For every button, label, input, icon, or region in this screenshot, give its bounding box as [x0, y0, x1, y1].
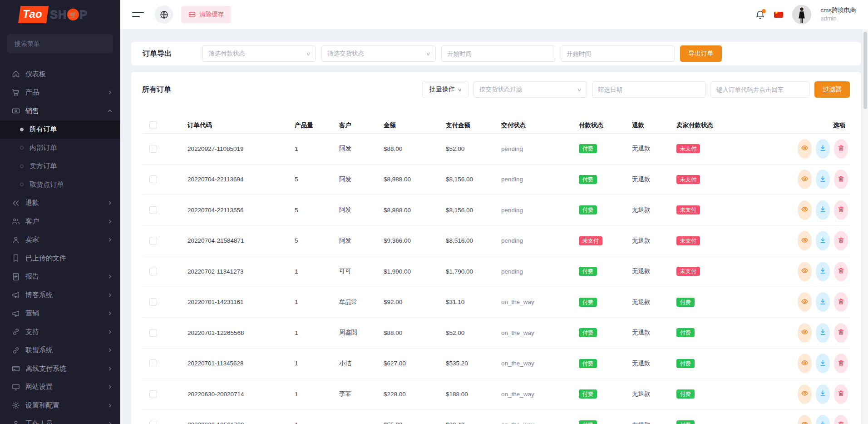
chevron-right-icon — [108, 90, 112, 95]
notifications-button[interactable] — [755, 10, 765, 20]
start-time-input-2[interactable] — [561, 45, 675, 62]
download-invoice-button[interactable] — [816, 170, 830, 189]
sidebar-item-15[interactable]: 工作人员 — [0, 415, 120, 424]
view-order-button[interactable] — [798, 231, 812, 250]
row-checkbox[interactable] — [149, 145, 157, 153]
row-checkbox[interactable] — [149, 175, 157, 183]
download-invoice-button[interactable] — [816, 384, 830, 404]
download-invoice-button[interactable] — [816, 262, 830, 281]
view-order-button[interactable] — [798, 415, 812, 424]
view-order-button[interactable] — [798, 262, 812, 281]
sidebar-item-14[interactable]: 设置和配置 — [0, 396, 120, 415]
view-order-button[interactable] — [798, 323, 812, 343]
customer-name: 牟品常 — [339, 298, 384, 306]
delete-order-button[interactable] — [834, 292, 848, 312]
column-header: 退款 — [632, 121, 676, 130]
download-invoice-button[interactable] — [816, 323, 830, 343]
sidebar-item-8[interactable]: 博客系统 — [0, 286, 120, 304]
filter-button[interactable]: 过滤器 — [814, 81, 850, 98]
delete-order-button[interactable] — [834, 200, 848, 220]
download-invoice-button[interactable] — [816, 354, 830, 373]
view-order-button[interactable] — [798, 170, 812, 189]
order-amount: $88.00 — [384, 145, 446, 152]
row-checkbox[interactable] — [149, 390, 157, 398]
chevron-right-icon — [108, 367, 112, 371]
refund-status: 无退款 — [632, 237, 676, 245]
sidebar-subitem-2-0[interactable]: 所有订单 — [0, 120, 120, 139]
sidebar-subitem-2-1[interactable]: 内部订单 — [0, 139, 120, 157]
brand-tao-text: Tao — [18, 6, 49, 23]
row-checkbox[interactable] — [149, 298, 157, 306]
download-invoice-button[interactable] — [816, 292, 830, 312]
brand-logo[interactable]: Tao SH🛒P — [0, 0, 120, 29]
language-flag-icon[interactable]: ★ — [774, 12, 783, 18]
trash-icon — [838, 145, 844, 153]
payment-status-filter-select[interactable]: 筛选付款状态 ∨ — [202, 45, 316, 62]
order-amount: $92.00 — [384, 299, 446, 305]
row-checkbox[interactable] — [149, 329, 157, 337]
delete-order-button[interactable] — [834, 262, 848, 281]
order-code-search-input[interactable] — [710, 81, 809, 98]
sidebar-item-7[interactable]: 报告 — [0, 268, 120, 286]
hamburger-menu-icon[interactable] — [132, 10, 145, 20]
sidebar-item-9[interactable]: 营销 — [0, 304, 120, 323]
export-orders-button[interactable]: 导出订单 — [680, 45, 722, 62]
delete-order-button[interactable] — [834, 384, 848, 404]
sidebar-item-12[interactable]: 离线支付系统 — [0, 359, 120, 378]
sidebar-item-0[interactable]: 仪表板 — [0, 65, 120, 84]
select-all-checkbox[interactable] — [149, 121, 157, 129]
user-avatar[interactable] — [792, 5, 811, 24]
row-checkbox[interactable] — [149, 237, 157, 244]
download-invoice-button[interactable] — [816, 139, 830, 159]
view-order-button[interactable] — [798, 139, 812, 159]
order-code: 20220701-12265568 — [187, 329, 295, 336]
delete-order-button[interactable] — [834, 415, 848, 424]
clear-cache-button[interactable]: 清除缓存 — [181, 6, 231, 23]
trash-icon — [838, 237, 844, 245]
download-invoice-button[interactable] — [816, 200, 830, 220]
avatar-photo — [792, 5, 811, 24]
eye-icon — [801, 206, 808, 214]
page-scrollbar[interactable] — [863, 29, 868, 424]
delete-order-button[interactable] — [834, 323, 848, 343]
view-order-button[interactable] — [798, 200, 812, 220]
sidebar-subitem-2-2[interactable]: 卖方订单 — [0, 157, 120, 176]
delivery-status-table-filter-select[interactable]: 按交货状态过滤 ∨ — [473, 81, 587, 98]
sidebar-item-13[interactable]: 网站设置 — [0, 378, 120, 397]
sidebar-item-4[interactable]: 客户 — [0, 212, 120, 231]
sidebar-subitem-2-3[interactable]: 取货点订单 — [0, 175, 120, 194]
start-time-input-1[interactable] — [441, 45, 555, 62]
download-invoice-button[interactable] — [816, 231, 830, 250]
sidebar-search-input[interactable] — [7, 34, 113, 53]
scrollbar-thumb[interactable] — [863, 32, 867, 109]
sidebar-item-5[interactable]: 卖家 — [0, 231, 120, 249]
seller-payment-badge: 未支付 — [676, 236, 700, 245]
download-invoice-button[interactable] — [816, 415, 830, 424]
sidebar-item-1[interactable]: 产品 — [0, 84, 120, 102]
delete-order-button[interactable] — [834, 170, 848, 189]
delivery-status-filter-select[interactable]: 筛选交货状态 ∨ — [321, 45, 436, 62]
sidebar-item-10[interactable]: 支持 — [0, 323, 120, 341]
row-checkbox[interactable] — [149, 421, 157, 424]
row-checkbox[interactable] — [149, 268, 157, 275]
table-row: 20220704-221135565阿发$8,988.00$8,156.00pe… — [142, 195, 850, 226]
delete-order-button[interactable] — [834, 231, 848, 250]
view-order-button[interactable] — [798, 384, 812, 404]
language-globe-button[interactable] — [155, 5, 173, 24]
delete-order-button[interactable] — [834, 139, 848, 159]
view-order-button[interactable] — [798, 292, 812, 312]
order-amount: $1,990.00 — [384, 268, 446, 275]
sidebar-item-11[interactable]: 联盟系统 — [0, 341, 120, 360]
sidebar-item-2[interactable]: 销售 — [0, 102, 120, 120]
sidebar-item-6[interactable]: 已上传的文件 — [0, 249, 120, 268]
bulk-action-dropdown[interactable]: 批量操作 ∨ — [422, 81, 469, 98]
row-checkbox[interactable] — [149, 359, 157, 367]
row-checkbox[interactable] — [149, 206, 157, 214]
view-order-button[interactable] — [798, 354, 812, 373]
customer-name: 阿发 — [339, 237, 384, 245]
date-filter-input[interactable] — [592, 81, 705, 98]
seller-payment-cell: 未支付 — [676, 144, 796, 153]
sidebar-item-3[interactable]: 退款 — [0, 194, 120, 213]
delete-order-button[interactable] — [834, 354, 848, 373]
refund-status: 无退款 — [632, 298, 676, 306]
